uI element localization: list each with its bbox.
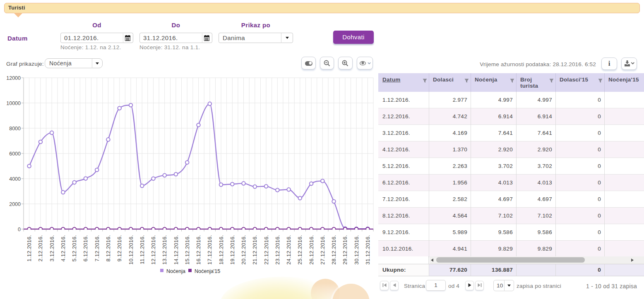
svg-text:30.12.2016.: 30.12.2016. <box>353 235 360 265</box>
svg-text:27.12.2016.: 27.12.2016. <box>320 235 326 265</box>
svg-text:15.12.2016.: 15.12.2016. <box>184 235 190 265</box>
svg-text:31.12.2016.: 31.12.2016. <box>365 235 371 265</box>
svg-text:10.12.2016.: 10.12.2016. <box>128 235 134 265</box>
svg-text:4000: 4000 <box>9 176 21 182</box>
svg-text:6.12.2016.: 6.12.2016. <box>82 235 89 261</box>
svg-text:7.12.2016.: 7.12.2016. <box>94 235 100 261</box>
svg-text:10000: 10000 <box>6 100 21 106</box>
svg-text:2000: 2000 <box>9 201 21 207</box>
svg-text:6000: 6000 <box>9 151 21 157</box>
svg-text:24.12.2016.: 24.12.2016. <box>286 235 292 265</box>
svg-text:1.12.2016.: 1.12.2016. <box>26 235 32 261</box>
svg-text:0: 0 <box>18 227 21 232</box>
svg-text:9.12.2016.: 9.12.2016. <box>116 235 123 261</box>
svg-text:13.12.2016.: 13.12.2016. <box>161 235 168 265</box>
svg-text:23.12.2016.: 23.12.2016. <box>274 235 281 265</box>
svg-text:5.12.2016.: 5.12.2016. <box>71 235 77 261</box>
svg-text:8000: 8000 <box>9 126 21 132</box>
svg-text:2.12.2016.: 2.12.2016. <box>37 235 43 261</box>
svg-text:21.12.2016.: 21.12.2016. <box>252 235 258 265</box>
svg-text:4.12.2016.: 4.12.2016. <box>60 235 66 261</box>
svg-text:28.12.2016.: 28.12.2016. <box>331 235 337 265</box>
svg-text:8.12.2016.: 8.12.2016. <box>105 235 111 261</box>
svg-text:12.12.2016.: 12.12.2016. <box>150 235 156 265</box>
svg-text:18.12.2016.: 18.12.2016. <box>218 235 224 265</box>
svg-text:3.12.2016.: 3.12.2016. <box>49 235 55 261</box>
svg-text:12000: 12000 <box>6 75 21 81</box>
svg-text:11.12.2016.: 11.12.2016. <box>139 235 145 264</box>
svg-text:19.12.2016.: 19.12.2016. <box>229 235 235 265</box>
svg-text:25.12.2016.: 25.12.2016. <box>297 235 303 265</box>
svg-text:20.12.2016.: 20.12.2016. <box>240 235 247 265</box>
svg-text:26.12.2016.: 26.12.2016. <box>308 235 315 265</box>
svg-text:14.12.2016.: 14.12.2016. <box>173 235 179 265</box>
svg-text:29.12.2016.: 29.12.2016. <box>342 235 348 265</box>
svg-text:22.12.2016.: 22.12.2016. <box>263 235 269 265</box>
svg-text:17.12.2016.: 17.12.2016. <box>207 235 213 265</box>
svg-text:16.12.2016.: 16.12.2016. <box>195 235 202 265</box>
